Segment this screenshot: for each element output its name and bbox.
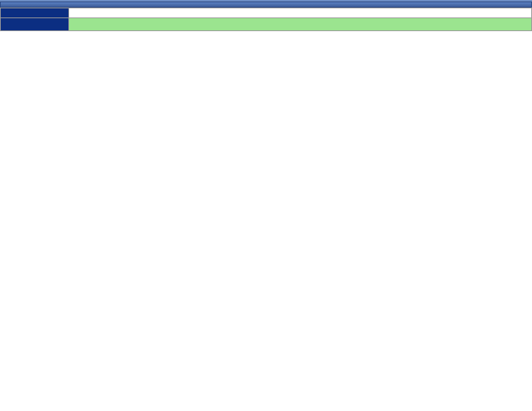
row-label-status xyxy=(1,18,69,31)
panel-title xyxy=(0,2,532,8)
row-label-workflow xyxy=(1,8,69,18)
workflow-cell xyxy=(69,8,532,18)
job-status-table xyxy=(0,8,532,31)
status-cell xyxy=(69,18,532,31)
